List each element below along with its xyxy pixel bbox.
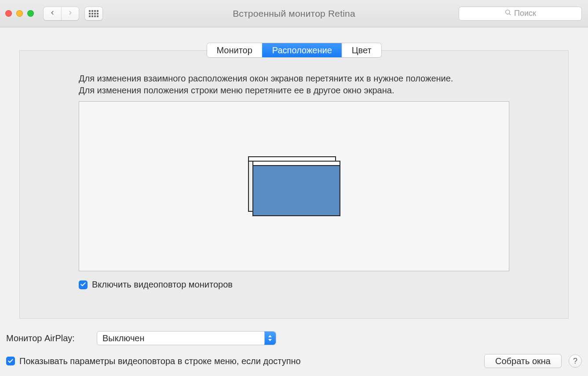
help-icon: ? xyxy=(573,357,577,365)
mirror-displays-label: Включить видеоповтор мониторов xyxy=(92,280,233,290)
forward-button[interactable] xyxy=(61,7,79,20)
check-icon xyxy=(80,280,86,290)
help-button[interactable]: ? xyxy=(569,354,582,368)
grid-icon xyxy=(89,10,99,17)
arrangement-canvas[interactable] xyxy=(79,101,509,271)
window-zoom-button[interactable] xyxy=(27,10,34,17)
show-mirroring-options-label: Показывать параметры видеоповтора в стро… xyxy=(19,356,301,366)
search-icon xyxy=(504,9,511,18)
mirror-displays-row: Включить видеоповтор мониторов xyxy=(79,280,233,290)
gather-windows-label: Собрать окна xyxy=(495,356,551,366)
airplay-dropdown[interactable]: Выключен xyxy=(97,331,276,345)
main-panel: Для изменения взаимного расположения око… xyxy=(19,50,569,319)
airplay-row: Монитор AirPlay: Выключен xyxy=(6,331,582,345)
airplay-value: Выключен xyxy=(102,333,145,343)
mirror-displays-checkbox[interactable] xyxy=(79,280,88,289)
display-menubar-front[interactable] xyxy=(253,162,340,166)
svg-line-1 xyxy=(509,14,511,15)
window-close-button[interactable] xyxy=(5,10,12,17)
back-button[interactable] xyxy=(44,7,61,20)
display-group xyxy=(248,156,340,216)
dropdown-stepper-icon xyxy=(264,332,276,345)
display-primary[interactable] xyxy=(252,161,340,216)
window-minimize-button[interactable] xyxy=(16,10,23,17)
instructions-line1: Для изменения взаимного расположения око… xyxy=(79,73,509,85)
chevron-left-icon xyxy=(49,10,55,18)
toolbar: Встроенный монитор Retina Поиск xyxy=(0,0,588,27)
tab-monitor[interactable]: Монитор xyxy=(207,43,262,57)
svg-point-0 xyxy=(506,10,510,14)
show-all-button[interactable] xyxy=(85,7,102,20)
segmented-tabs: Монитор Расположение Цвет xyxy=(207,43,381,57)
last-row: Показывать параметры видеоповтора в стро… xyxy=(6,354,582,368)
tab-arrangement[interactable]: Расположение xyxy=(262,43,342,57)
chevron-right-icon xyxy=(67,10,73,18)
search-placeholder: Поиск xyxy=(514,9,536,18)
nav-group xyxy=(44,7,79,20)
show-mirroring-options-checkbox[interactable] xyxy=(6,357,15,365)
tab-color[interactable]: Цвет xyxy=(342,43,381,57)
bottom-area: Монитор AirPlay: Выключен Показывать пар… xyxy=(6,331,582,368)
check-icon xyxy=(7,356,14,366)
gather-windows-button[interactable]: Собрать окна xyxy=(484,354,562,368)
content-area: Монитор Расположение Цвет Для изменения … xyxy=(0,27,588,376)
airplay-label: Монитор AirPlay: xyxy=(6,333,90,343)
instructions-text: Для изменения взаимного расположения око… xyxy=(79,73,509,96)
search-field[interactable]: Поиск xyxy=(459,7,582,21)
traffic-lights xyxy=(5,10,34,17)
instructions-line2: Для изменения положения строки меню пере… xyxy=(79,85,509,96)
